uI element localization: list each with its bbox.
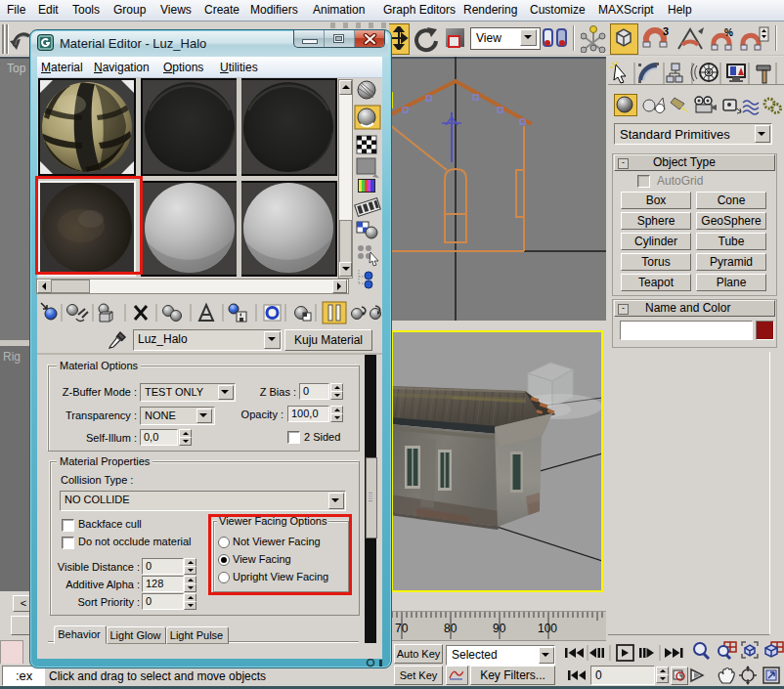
svg-text:3: 3: [663, 25, 669, 37]
svg-text:80: 80: [444, 622, 457, 635]
svg-text:70: 70: [395, 622, 409, 635]
svg-text:90: 90: [493, 622, 506, 635]
svg-text:100: 100: [538, 622, 557, 635]
svg-text:%: %: [724, 27, 733, 38]
